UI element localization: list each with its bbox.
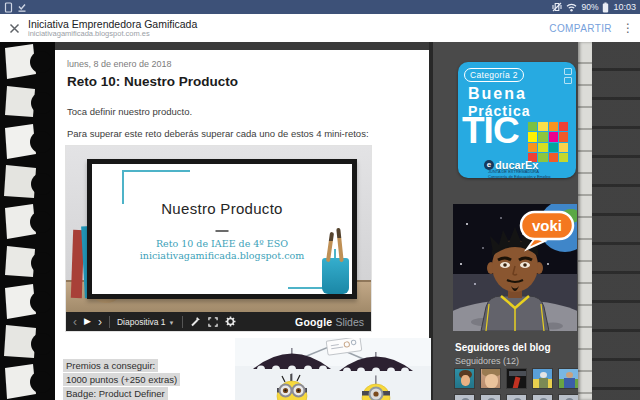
slide-divider — [216, 230, 229, 232]
toolbar-divider — [109, 316, 110, 328]
buena-practica-tic-badge[interactable]: Categoría 2 Buena Práctica TIC e ducarEx — [458, 62, 576, 178]
status-bar: 90% 10:03 — [0, 0, 640, 14]
status-bar-right: 90% 10:03 — [552, 2, 640, 13]
slide-corner-decoration — [122, 170, 190, 204]
overflow-menu-button[interactable]: ⋮ — [622, 21, 632, 35]
reward-line: 1000 puntos (+250 extras) — [63, 373, 180, 386]
badge-stamps — [564, 68, 572, 84]
app-bar: Iniciativa Emprendedora Gamificada inici… — [0, 14, 640, 42]
followers-title: Seguidores del blog — [455, 342, 551, 353]
reward-line: Premios a conseguir: — [63, 359, 158, 372]
follower-avatar[interactable] — [558, 368, 578, 389]
slides-toolbar: ‹ ▶ › Diapositiva 1▼ — [66, 312, 371, 331]
follower-avatar[interactable] — [558, 394, 578, 400]
page-url: iniciativagamificada.blogspot.com.es — [28, 30, 197, 39]
share-button[interactable]: COMPARTIR — [549, 23, 612, 34]
battery-percent: 90% — [581, 2, 598, 12]
wifi-icon — [566, 3, 577, 12]
followers-count: Seguidores (12) — [455, 356, 519, 366]
slide-cup-graphic — [322, 258, 349, 294]
settings-button[interactable] — [225, 316, 236, 327]
chevron-down-icon: ▼ — [169, 320, 175, 326]
blog-background-books — [578, 42, 592, 400]
google-slides-logo: Google Slides — [295, 316, 364, 328]
post-date: lunes, 8 de enero de 2018 — [67, 59, 172, 69]
slide-subtitle: iniciativagamificada.blogspot.com — [92, 250, 352, 261]
voki-widget[interactable]: voki — [453, 204, 577, 331]
vibrate-icon — [552, 2, 562, 12]
fullscreen-icon — [208, 317, 218, 327]
next-slide-button[interactable]: › — [98, 316, 102, 328]
slide-frame: Nuestro Producto Reto 10 de IAEE de 4º E… — [87, 159, 357, 299]
blog-background-wood — [592, 42, 640, 400]
slide-title: Nuestro Producto — [92, 200, 352, 217]
follower-avatar[interactable] — [506, 394, 527, 400]
rewards-list: Premios a conseguir: 1000 puntos (+250 e… — [63, 359, 180, 400]
google-slides-embed[interactable]: Nuestro Producto Reto 10 de IAEE de 4º E… — [65, 145, 372, 332]
play-button[interactable]: ▶ — [84, 317, 91, 326]
follower-avatar[interactable] — [532, 394, 553, 400]
post-content: lunes, 8 de enero de 2018 Reto 10: Nuest… — [55, 50, 429, 400]
gear-icon — [225, 316, 236, 327]
follower-avatar[interactable] — [480, 368, 501, 389]
follower-avatar[interactable] — [480, 394, 501, 400]
app-bar-titles: Iniciativa Emprendedora Gamificada inici… — [28, 18, 197, 39]
clock: 10:03 — [613, 2, 636, 12]
stamp-icon — [564, 68, 572, 75]
stamp-icon — [564, 77, 572, 84]
follower-avatar[interactable] — [454, 368, 475, 389]
follower-avatar[interactable] — [506, 368, 527, 389]
badge-mosaic-graphic — [528, 122, 568, 162]
previous-slide-button[interactable]: ‹ — [73, 316, 77, 328]
minions-image — [235, 338, 431, 400]
follower-avatar[interactable] — [454, 394, 475, 400]
post-title: Reto 10: Nuestro Producto — [67, 74, 238, 89]
fullscreen-button[interactable] — [208, 317, 218, 327]
battery-icon — [602, 2, 609, 13]
blog-background-left — [0, 42, 55, 400]
toolbar-divider — [182, 316, 183, 328]
blog-sidebar: Categoría 2 Buena Práctica TIC e ducarEx — [433, 42, 578, 400]
slide-canvas: Nuestro Producto Reto 10 de IAEE de 4º E… — [66, 146, 371, 312]
laser-pointer-button[interactable] — [190, 316, 201, 327]
close-button[interactable] — [0, 14, 28, 42]
followers-row — [454, 368, 578, 389]
post-paragraph: Toca definir nuestro producto. — [67, 106, 192, 117]
badge-text-tic: TIC — [462, 112, 519, 149]
slide-selector[interactable]: Diapositiva 1▼ — [117, 317, 175, 327]
close-icon — [9, 23, 20, 34]
screen: 90% 10:03 Iniciativa Emprendedora Gamifi… — [0, 0, 640, 400]
status-bar-left — [0, 2, 27, 13]
app-bar-actions: COMPARTIR ⋮ — [549, 21, 640, 35]
slide-subtitle: Reto 10 de IAEE de 4º ESO — [92, 238, 352, 249]
screenshot-icon — [4, 2, 13, 13]
badge-category: Categoría 2 — [464, 68, 524, 82]
badge-text-buena: Buena — [468, 85, 527, 103]
reward-line: Badge: Product Definer — [63, 387, 168, 400]
voki-logo: voki — [532, 217, 562, 234]
followers-row — [454, 394, 578, 400]
browser-viewport: lunes, 8 de enero de 2018 Reto 10: Nuest… — [0, 42, 640, 400]
follower-avatar[interactable] — [532, 368, 553, 389]
badge-org-text: JUNTA DE EXTREMADURA Consejería de Educa… — [488, 170, 550, 178]
post-paragraph: Para superar este reto deberás superar c… — [67, 128, 369, 139]
download-complete-icon — [17, 2, 27, 13]
page-title: Iniciativa Emprendedora Gamificada — [28, 18, 197, 30]
laser-pointer-icon — [190, 316, 201, 327]
